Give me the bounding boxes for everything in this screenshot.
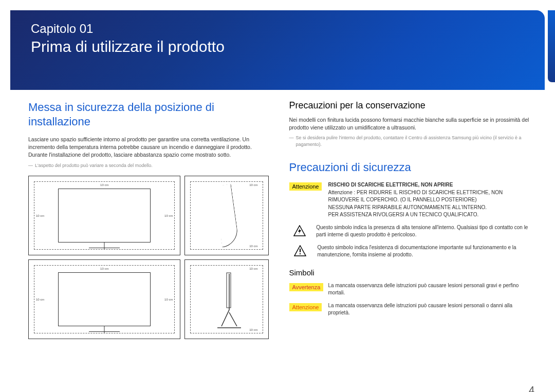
chapter-banner: Capitolo 01 Prima di utilizzare il prodo… [10, 10, 545, 90]
monitor-front-icon-2 [58, 272, 151, 326]
chapter-title: Prima di utilizzare il prodotto [31, 38, 524, 55]
monitor-front-icon [58, 189, 151, 242]
bolt-text: Questo simbolo indica la presenza di alt… [316, 224, 529, 239]
storage-note: ― Se si desidera pulire l'interno del pr… [289, 135, 530, 147]
installation-note: ― L'aspetto del prodotto può variare a s… [28, 162, 269, 169]
heading-storage: Precauzioni per la conservazione [289, 100, 530, 111]
page: Capitolo 01 Prima di utilizzare il prodo… [0, 10, 555, 392]
tag-container-att2: Attenzione [289, 302, 322, 311]
shock-line-2: PER ASSISTENZA RIVOLGERSI A UN TECNICO Q… [328, 211, 529, 219]
attenzione2-text: La mancata osservanza delle istruzioni p… [328, 302, 529, 317]
storage-body: Nei modelli con finitura lucida possono … [289, 116, 530, 132]
icon-col-excl [289, 244, 311, 256]
figure-front-1: 10 cm 10 cm 10 cm [28, 176, 180, 255]
dim-side-bottom-2: 10 cm [249, 328, 257, 331]
installation-body: Lasciare uno spazio sufficiente intorno … [28, 136, 269, 159]
excl-text: Questo simbolo indica l'esistenza di doc… [317, 244, 529, 259]
storage-note-text: Se si desidera pulire l'interno del prod… [296, 135, 530, 147]
dim-right-2: 10 cm [164, 298, 173, 301]
shock-line-1: NESSUNA PARTE RIPARABILE AUTONOMAMENTE A… [328, 204, 529, 212]
avvertenza-row: Avvertenza La mancata osservanza delle i… [289, 282, 530, 297]
high-voltage-icon [293, 225, 306, 236]
clearance-dashed-side-2 [190, 265, 263, 333]
shock-line-0: Attenzione : PER RIDURRE IL RISCHIO DI S… [328, 189, 529, 204]
dim-top: 10 cm [100, 183, 108, 186]
figure-grid: 10 cm 10 cm 10 cm 10 cm 10 cm 10 cm 10 c… [28, 176, 269, 339]
dim-top-2: 10 cm [100, 267, 108, 270]
figure-side-1: 10 cm 10 cm [184, 176, 268, 255]
tag-attenzione-2: Attenzione [289, 303, 322, 311]
svg-rect-2 [300, 253, 301, 254]
dim-side-bottom: 10 cm [249, 245, 257, 248]
content-columns: Messa in sicurezza della posizione di in… [0, 95, 555, 339]
icon-col-bolt [289, 224, 310, 236]
warning-exclamation-icon [294, 245, 306, 256]
heading-installation: Messa in sicurezza della posizione di in… [28, 100, 269, 128]
dim-left: 10 cm [36, 214, 44, 217]
bolt-row: Questo simbolo indica la presenza di alt… [289, 224, 530, 239]
note-dash-icon: ― [28, 162, 33, 169]
dim-left-2: 10 cm [36, 298, 44, 301]
svg-rect-1 [300, 249, 301, 252]
page-corner-accent [548, 10, 555, 82]
left-column: Messa in sicurezza della posizione di in… [28, 100, 269, 339]
avvertenza-text: La mancata osservanza delle istruzioni p… [328, 282, 530, 297]
tag-avvertenza: Avvertenza [289, 283, 324, 291]
heading-simboli: Simboli [289, 268, 530, 277]
installation-note-text: L'aspetto del prodotto può variare a sec… [35, 162, 153, 169]
shock-title: RISCHIO DI SCARICHE ELETTRICHE, NON APRI… [328, 181, 529, 189]
tag-attenzione: Attenzione [289, 182, 322, 191]
warning-attenzione-block: Attenzione RISCHIO DI SCARICHE ELETTRICH… [289, 181, 530, 219]
note-dash-icon-2: ― [289, 135, 294, 141]
right-column: Precauzioni per la conservazione Nei mod… [289, 100, 530, 339]
attenzione2-row: Attenzione La mancata osservanza delle i… [289, 302, 530, 317]
page-number: 4 [529, 384, 534, 392]
figure-front-2: 10 cm 10 cm 10 cm [28, 259, 180, 339]
tag-container-avv: Avvertenza [289, 282, 322, 291]
dim-right: 10 cm [164, 214, 173, 217]
chapter-label: Capitolo 01 [31, 22, 524, 36]
excl-row: Questo simbolo indica l'esistenza di doc… [289, 244, 530, 259]
dim-side-top: 10 cm [249, 183, 257, 186]
figure-side-2: 10 cm 10 cm [184, 259, 268, 339]
shock-warning-body: RISCHIO DI SCARICHE ELETTRICHE, NON APRI… [328, 181, 529, 219]
dim-side-top-2: 10 cm [249, 267, 257, 270]
tag-container: Attenzione [289, 181, 322, 191]
heading-safety: Precauzioni di sicurezza [289, 160, 530, 175]
